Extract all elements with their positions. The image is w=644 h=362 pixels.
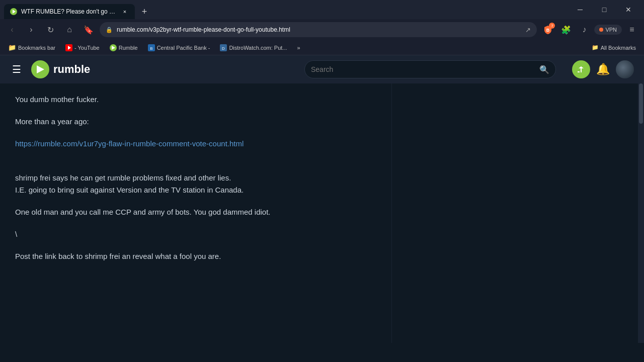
distrowatch-favicon: D [220,44,227,51]
youtube-bookmark-label: - YouTube [74,45,100,51]
svg-text:B: B [150,46,152,51]
comment-line-backslash: \ [15,228,372,240]
back-button[interactable]: ‹ [4,22,20,38]
rumble-logo[interactable]: rumble [31,60,90,78]
nav-right-actions: B 7 🧩 ♪ VPN ≡ [540,22,640,38]
tab-bar: WTF RUMBLE? Please don't go FUL × + ─ □ … [0,0,644,19]
notification-button[interactable]: 🔔 [596,63,610,76]
rumble-header: ☰ rumble 🔍 🔔 [0,55,644,83]
svg-rect-14 [578,71,580,72]
extensions-button[interactable]: 🧩 [558,22,574,38]
rumble-page: ☰ rumble 🔍 🔔 [0,55,644,343]
avatar-image [616,60,634,78]
new-tab-button[interactable]: + [137,4,152,19]
distrowatch-bookmark-label: DistroWatch.com: Put... [229,45,287,51]
window-minimize-button[interactable]: ─ [569,0,592,19]
all-bookmarks-button[interactable]: 📁 All Bookmarks [588,43,640,52]
comment-line-1: You dumb mother fucker. [15,94,372,106]
active-tab[interactable]: WTF RUMBLE? Please don't go FUL × [4,4,135,19]
search-icon[interactable]: 🔍 [539,65,549,74]
search-input[interactable] [311,65,535,73]
address-bar[interactable]: 🔒 rumble.com/v3p2byr-wtf-rumble-please-d… [100,22,537,37]
forward-button[interactable]: › [23,22,39,38]
header-actions: 🔔 [572,60,634,78]
tab-close-button[interactable]: × [121,8,129,16]
page-content: You dumb mother fucker. More than a year… [0,83,644,343]
comment-line-shrimp: shrimp frei says he can get rumble probl… [15,172,372,184]
comment-content: You dumb mother fucker. More than a year… [0,83,387,273]
youtube-favicon [65,44,72,51]
bookmark-rumble[interactable]: Rumble [106,43,142,52]
comment-line-2: More than a year ago: [15,116,372,128]
comment-link-paragraph: https://rumble.com/v1ur7yg-flaw-in-rumbl… [15,138,372,150]
bookmark-bank[interactable]: B Central Pacific Bank - [144,43,214,52]
bookmark-youtube[interactable]: - YouTube [61,43,104,52]
scrollbar-thumb[interactable] [639,83,643,124]
right-sidebar [391,83,638,343]
bookmarks-more-button[interactable]: » [293,44,304,52]
bank-bookmark-label: Central Pacific Bank - [157,45,210,51]
comment-line-oldman: One old man and you call me CCP and army… [15,206,372,218]
bookmark-distrowatch[interactable]: D DistroWatch.com: Put... [216,43,291,52]
all-bookmarks-label: All Bookmarks [601,45,636,51]
vpn-button[interactable]: VPN [594,25,622,35]
rumble-logo-icon [31,60,49,78]
comment-text-backslash: \ [15,230,17,238]
svg-marker-11 [37,65,44,73]
brave-badge-count: 7 [549,23,555,29]
folder-icon-all: 📁 [592,44,599,51]
lock-icon: 🔒 [106,27,113,33]
content-scroll-area[interactable]: You dumb mother fucker. More than a year… [0,83,391,343]
comment-text-ie: I.E. going to bring suit against Version… [15,186,244,194]
vpn-status-dot [599,28,603,32]
svg-text:D: D [222,46,225,51]
address-text: rumble.com/v3p2byr-wtf-rumble-please-don… [117,26,521,33]
search-bar[interactable]: 🔍 [304,60,556,78]
window-close-button[interactable]: ✕ [617,0,640,19]
home-button[interactable]: ⌂ [61,22,77,38]
navigation-bar: ‹ › ↻ ⌂ 🔖 🔒 rumble.com/v3p2byr-wtf-rumbl… [0,19,644,40]
browser-menu-button[interactable]: ≡ [624,22,640,38]
rumble-menu-button[interactable]: ☰ [10,61,23,77]
comment-link[interactable]: https://rumble.com/v1ur7yg-flaw-in-rumbl… [15,139,244,148]
rumble-favicon [110,44,117,51]
window-maximize-button[interactable]: □ [593,0,616,19]
comment-text-post: Post the link back to shrimp frei an rev… [15,252,221,260]
rumble-logo-text: rumble [53,63,90,76]
scrollbar-track[interactable] [638,83,644,343]
bookmarks-bar: 📁 Bookmarks bar - YouTube Rumble B Centr… [0,40,644,55]
bookmark-folder[interactable]: 📁 Bookmarks bar [4,43,59,52]
comment-line-post: Post the link back to shrimp frei an rev… [15,250,372,262]
share-icon[interactable]: ↗ [525,26,531,34]
bookmarks-bar-label: Bookmarks bar [18,45,55,51]
browser-window: WTF RUMBLE? Please don't go FUL × + ─ □ … [0,0,644,343]
vpn-label: VPN [605,27,617,33]
bookmark-button[interactable]: 🔖 [80,22,97,38]
tab-title: WTF RUMBLE? Please don't go FUL [21,8,117,15]
rumble-bookmark-label: Rumble [119,45,138,51]
upload-button[interactable] [572,60,590,78]
comment-text-shrimp: shrimp frei says he can get rumble probl… [15,173,231,182]
user-avatar[interactable] [616,60,634,78]
reload-button[interactable]: ↻ [42,22,58,38]
comment-text-2: More than a year ago: [15,117,89,126]
window-controls: ─ □ ✕ [569,0,640,19]
comment-line-ie: I.E. going to bring suit against Version… [15,184,372,196]
folder-icon: 📁 [8,44,16,51]
brave-shields-button[interactable]: B 7 [540,22,556,38]
svg-text:B: B [546,28,550,33]
comment-text-1: You dumb mother fucker. [15,95,99,104]
tab-favicon [10,8,17,15]
bank-favicon: B [148,44,155,51]
comment-text-oldman: One old man and you call me CCP and army… [15,208,271,216]
music-button[interactable]: ♪ [576,22,592,38]
